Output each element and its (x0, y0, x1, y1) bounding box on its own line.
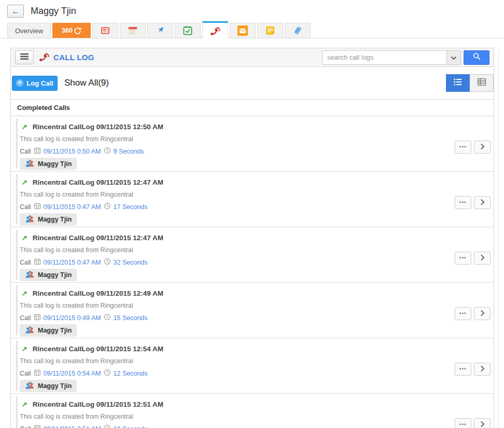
clock-icon (104, 258, 111, 267)
expand-entry-button[interactable] (474, 307, 491, 320)
contact-chip-label: Maggy Tjin (38, 160, 72, 168)
refresh-icon (74, 27, 81, 35)
section-header: Completed Calls (11, 99, 494, 116)
more-actions-button[interactable]: ••• (455, 307, 471, 320)
clock-icon (104, 202, 111, 211)
calendar-icon (128, 25, 138, 36)
call-description: This call log is created from Ringcentra… (11, 186, 494, 198)
outbound-arrow-icon: ↗ (21, 123, 27, 131)
search-icon (472, 52, 481, 63)
calendar-small-icon (34, 313, 41, 322)
call-entry: ↗ Rincentral CallLog 09/11/2015 12:50 AM… (11, 116, 494, 172)
contact-chip-label: Maggy Tjin (38, 327, 72, 334)
contact-chip-label: Maggy Tjin (38, 382, 72, 390)
call-title: Rincentral CallLog 09/11/2015 12:47 AM (33, 178, 163, 186)
expand-entry-button[interactable] (474, 418, 491, 428)
back-button[interactable]: ← (7, 5, 24, 18)
chevron-right-icon (480, 420, 485, 428)
tab-360-label: 360 (62, 27, 73, 34)
call-datetime-link[interactable]: 09/11/2015 0:50 AM (44, 148, 101, 155)
table-view-toggle[interactable] (470, 74, 494, 92)
contact-chip[interactable]: Maggy Tjin (20, 380, 77, 392)
call-title: Rincentral CallLog 09/11/2015 12:47 AM (33, 234, 163, 242)
expand-entry-button[interactable] (474, 363, 491, 376)
contact-chip[interactable]: Maggy Tjin (20, 158, 77, 170)
tab-attachments[interactable] (285, 23, 311, 38)
call-duration-link[interactable]: 10 Seconds (114, 425, 148, 428)
call-detail-line: Call 09/11/2015 0:50 AM 9 Seconds (11, 143, 494, 156)
contact-header: ← Maggy Tjin (0, 0, 504, 21)
call-datetime-link[interactable]: 09/11/2015 0:47 AM (44, 203, 101, 211)
call-duration-link[interactable]: 15 Seconds (114, 314, 148, 322)
tab-notes[interactable] (257, 23, 283, 38)
tab-tasks[interactable] (175, 23, 201, 38)
contacts-icon (25, 215, 35, 224)
call-duration-link[interactable]: 17 Seconds (114, 203, 148, 211)
more-actions-button[interactable]: ••• (455, 141, 471, 154)
tab-overview[interactable]: Overview (7, 23, 51, 38)
call-duration-link[interactable]: 9 Seconds (114, 148, 144, 155)
call-detail-line: Call 09/11/2015 0:47 AM 32 Seconds (11, 254, 494, 267)
contact-chip[interactable]: Maggy Tjin (20, 269, 77, 281)
call-title: Rincentral CallLog 09/11/2015 12:54 AM (33, 345, 163, 353)
back-arrow-icon: ← (12, 7, 20, 16)
search-input[interactable] (322, 50, 446, 65)
contacts-icon (25, 326, 35, 335)
call-description: This call log is created from Ringcentra… (11, 408, 494, 420)
call-log-phone-icon (39, 51, 49, 63)
expand-entry-button[interactable] (474, 252, 491, 265)
call-description: This call log is created from Ringcentra… (11, 353, 494, 365)
call-description: This call log is created from Ringcentra… (11, 131, 494, 143)
clock-icon (104, 147, 111, 156)
tab-pushpin[interactable] (147, 23, 173, 38)
more-actions-button[interactable]: ••• (455, 252, 471, 265)
entry-actions: ••• (455, 196, 491, 209)
call-datetime-link[interactable]: 09/11/2015 0:49 AM (44, 314, 101, 322)
tab-feed[interactable] (92, 23, 118, 38)
entry-accent-bar (16, 285, 18, 335)
expand-entry-button[interactable] (474, 141, 491, 154)
contact-chip[interactable]: Maggy Tjin (20, 213, 77, 226)
entry-actions: ••• (455, 307, 491, 320)
contact-chip[interactable]: Maggy Tjin (20, 324, 77, 337)
call-duration-link[interactable]: 12 Seconds (114, 370, 148, 377)
call-label: Call (20, 314, 31, 322)
more-actions-button[interactable]: ••• (455, 418, 471, 428)
menu-button[interactable] (15, 50, 34, 64)
tab-email[interactable] (230, 23, 256, 38)
call-detail-line: Call 09/11/2015 0:51 AM 10 Seconds (11, 420, 494, 428)
clock-icon (104, 369, 111, 378)
call-datetime-link[interactable]: 09/11/2015 0:51 AM (44, 425, 101, 428)
search-options-dropdown[interactable] (446, 50, 461, 65)
hamburger-icon (19, 52, 30, 63)
call-datetime-link[interactable]: 09/11/2015 0:47 AM (44, 259, 101, 266)
call-label: Call (20, 148, 31, 155)
call-detail-line: Call 09/11/2015 0:49 AM 15 Seconds (11, 309, 494, 322)
more-actions-button[interactable]: ••• (455, 363, 471, 376)
calendar-small-icon (34, 369, 41, 378)
tab-calendar[interactable] (120, 23, 146, 38)
calendar-small-icon (34, 424, 41, 428)
tab-360[interactable]: 360 (52, 23, 91, 38)
expand-entry-button[interactable] (474, 196, 491, 209)
list-view-toggle[interactable] (446, 74, 470, 92)
call-datetime-link[interactable]: 09/11/2015 0:54 AM (44, 370, 101, 377)
calendar-small-icon (34, 147, 41, 156)
call-detail-line: Call 09/11/2015 0:54 AM 12 Seconds (11, 365, 494, 378)
ellipsis-icon: ••• (459, 145, 467, 149)
tab-calls[interactable] (202, 21, 228, 38)
entry-actions: ••• (455, 363, 491, 376)
outbound-arrow-icon: ↗ (21, 346, 27, 353)
more-actions-button[interactable]: ••• (455, 196, 471, 209)
show-all-count: Show All(9) (64, 78, 109, 88)
log-call-button[interactable]: + Log Call (12, 76, 58, 91)
call-duration-link[interactable]: 32 Seconds (114, 259, 148, 266)
call-entry: ↗ Rincentral CallLog 09/11/2015 12:47 AM… (11, 227, 494, 283)
tab-overview-label: Overview (15, 27, 43, 35)
ellipsis-icon: ••• (459, 422, 467, 427)
search-button[interactable] (464, 50, 489, 65)
call-log-panel: CALL LOG + Log Call Show All(9) (10, 48, 494, 428)
call-label: Call (20, 259, 31, 266)
outbound-arrow-icon: ↗ (21, 401, 27, 408)
chevron-down-icon (451, 53, 457, 62)
